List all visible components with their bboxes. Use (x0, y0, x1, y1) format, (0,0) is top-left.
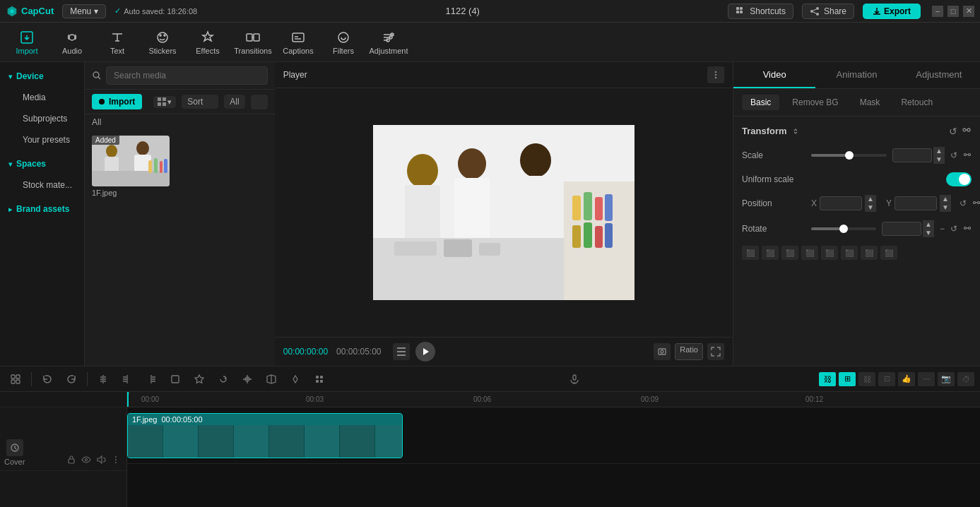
flip-button[interactable] (261, 369, 281, 389)
export-button[interactable]: Export (863, 4, 921, 19)
scale-decrement[interactable]: ▼ (933, 155, 945, 164)
rotate-link-button[interactable] (963, 224, 972, 234)
transform-link-button[interactable] (962, 125, 972, 137)
align-bottom-icon[interactable]: ⬛ (841, 246, 858, 260)
import-button[interactable]: Import (92, 94, 142, 109)
align-left-icon[interactable]: ⬛ (742, 246, 759, 260)
uniform-scale-toggle[interactable] (946, 172, 972, 186)
rotate-decrement[interactable]: ▼ (923, 229, 934, 237)
py-increment[interactable]: ▲ (940, 195, 951, 203)
fullscreen-icon[interactable] (707, 343, 724, 360)
maximize-button[interactable]: □ (947, 6, 959, 17)
scale-reset-button[interactable]: ↺ (950, 150, 957, 160)
rotate-input[interactable]: 0.0° (882, 222, 921, 236)
crop-button[interactable] (165, 369, 185, 389)
split-button[interactable] (93, 369, 113, 389)
play-button[interactable] (415, 342, 435, 362)
playhead[interactable] (127, 392, 129, 407)
close-button[interactable]: ✕ (963, 6, 974, 17)
menu-button[interactable]: Menu ▾ (62, 4, 106, 18)
track-lock-icon[interactable] (65, 453, 78, 466)
scale-input[interactable]: 100% (892, 148, 932, 162)
timer-icon[interactable]: ⏱ (957, 372, 974, 386)
split-left-button[interactable] (117, 369, 137, 389)
filter-button[interactable] (251, 95, 268, 109)
subtab-basic[interactable]: Basic (742, 95, 779, 110)
redo-button[interactable] (61, 369, 81, 389)
ripple-icon[interactable]: 〰 (918, 372, 935, 386)
undo-button[interactable] (37, 369, 57, 389)
track-more-icon[interactable] (110, 453, 122, 466)
align-right-icon[interactable]: ⬛ (781, 246, 798, 260)
subtab-remove-bg[interactable]: Remove BG (784, 95, 846, 110)
group-icon[interactable]: ⊞ (839, 372, 856, 386)
rotate-increment[interactable]: ▲ (923, 220, 934, 229)
distribute-h-icon[interactable]: ⬛ (861, 246, 878, 260)
snapshot-icon[interactable]: 📷 (938, 372, 955, 386)
position-y-input[interactable]: 0 (895, 196, 937, 210)
align-top-icon[interactable]: ⬛ (801, 246, 818, 260)
tab-adjustment[interactable]: Adjustment (898, 62, 980, 88)
tool-effects[interactable]: Effects (187, 25, 229, 60)
tool-import[interactable]: Import (6, 25, 48, 60)
timeline-icon[interactable] (393, 343, 410, 360)
fit-icon[interactable]: ⊡ (878, 372, 895, 386)
player-menu-icon[interactable] (707, 66, 724, 83)
sidebar-item-brand-assets[interactable]: ▸ Brand assets (3, 199, 81, 219)
tool-transitions[interactable]: Transitions (232, 25, 274, 60)
chain-active-icon[interactable]: ⛓ (819, 372, 836, 386)
screenshot-icon[interactable] (654, 343, 671, 360)
sidebar-item-spaces[interactable]: ▾ Spaces (3, 154, 81, 174)
ratio-button[interactable]: Ratio (675, 343, 703, 360)
keyframe-button[interactable] (285, 369, 305, 389)
tool-captions[interactable]: Captions (277, 25, 319, 60)
rotate-slider[interactable] (811, 227, 876, 230)
stabilize-button[interactable] (237, 369, 257, 389)
scale-slider[interactable] (811, 154, 887, 157)
microphone-button[interactable] (565, 369, 584, 389)
rotate-reset-button[interactable]: ↺ (950, 224, 957, 234)
layout-button[interactable] (6, 369, 25, 389)
tool-stickers[interactable]: Stickers (141, 25, 184, 60)
more-button[interactable] (309, 369, 329, 389)
px-decrement[interactable]: ▼ (865, 203, 876, 212)
search-input[interactable] (106, 66, 268, 85)
position-reset-button[interactable]: ↺ (960, 198, 967, 208)
distribute-v-icon[interactable]: ⬛ (880, 246, 897, 260)
sidebar-item-subprojects[interactable]: Subprojects (3, 109, 81, 129)
list-item[interactable]: Added (92, 136, 170, 360)
sidebar-item-device[interactable]: ▾ Device (3, 66, 81, 86)
chain2-icon[interactable]: ⛓ (858, 372, 875, 386)
sidebar-item-media[interactable]: Media (3, 88, 81, 107)
reset-transform-button[interactable]: ↺ (949, 125, 957, 137)
badge-button[interactable] (189, 369, 209, 389)
share-button[interactable]: Share (802, 4, 854, 19)
scale-link-button[interactable] (963, 150, 972, 161)
tool-text[interactable]: Text (96, 25, 138, 60)
split-right-button[interactable] (141, 369, 161, 389)
tool-filters[interactable]: Filters (322, 25, 365, 60)
track-eye-icon[interactable] (80, 453, 93, 466)
shortcuts-button[interactable]: Shortcuts (728, 4, 793, 19)
px-increment[interactable]: ▲ (865, 195, 876, 203)
track-volume-icon[interactable] (95, 453, 107, 466)
tab-animation[interactable]: Animation (815, 62, 897, 88)
align-center-h-icon[interactable]: ⬛ (762, 246, 779, 260)
scale-increment[interactable]: ▲ (933, 147, 945, 155)
view-toggle[interactable]: ▾ (153, 96, 176, 108)
align-center-v-icon[interactable]: ⬛ (821, 246, 838, 260)
tool-adjustment[interactable]: Adjustment (367, 25, 410, 60)
sidebar-item-your-presets[interactable]: Your presets (3, 130, 81, 150)
position-x-input[interactable]: 0 (820, 196, 862, 210)
thumb-icon[interactable]: 👍 (898, 372, 915, 386)
video-clip[interactable]: 1F.jpeg 00:00:05:00 (127, 413, 403, 458)
tab-video[interactable]: Video (733, 62, 815, 88)
all-filter-button[interactable]: All (224, 95, 244, 109)
subtab-mask[interactable]: Mask (851, 95, 889, 110)
sidebar-item-stock-mate[interactable]: Stock mate... (3, 175, 81, 195)
loop-button[interactable] (213, 369, 233, 389)
cover-button[interactable]: Cover (4, 439, 25, 466)
position-link-button[interactable] (972, 198, 980, 209)
minimize-button[interactable]: − (932, 6, 943, 17)
subtab-retouch[interactable]: Retouch (892, 95, 941, 110)
